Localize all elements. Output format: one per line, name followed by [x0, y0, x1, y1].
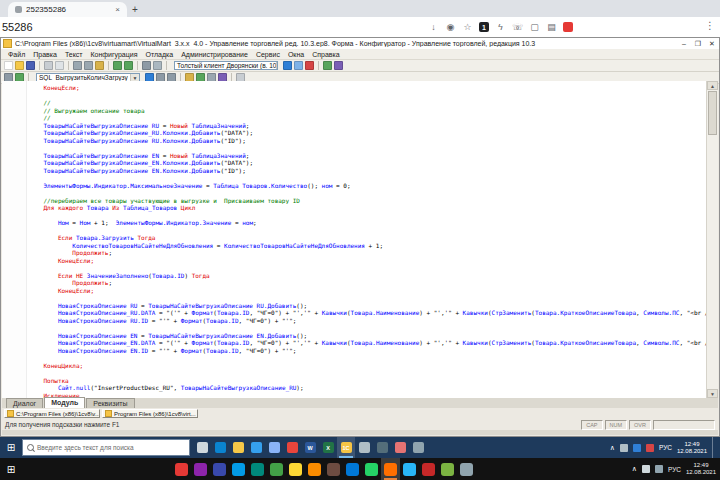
mail-icon[interactable] [265, 437, 283, 458]
cut-icon[interactable] [73, 61, 82, 70]
app-icon-3[interactable] [210, 458, 229, 480]
lightning-extension-icon[interactable]: ϟ [495, 22, 506, 33]
phone-extension-icon[interactable]: ☏ [512, 22, 523, 33]
minimize-button[interactable]: – [677, 38, 691, 49]
browser-tab[interactable]: 252355286 × [8, 2, 127, 17]
taskbar-search-input[interactable]: Введите здесь текст для поиска [22, 439, 190, 456]
vertical-scrollbar[interactable]: ▲ ▼ [706, 81, 718, 398]
shield-icon[interactable] [633, 444, 641, 452]
app-icon-15[interactable] [438, 458, 457, 480]
app-icon-13[interactable] [400, 458, 419, 480]
volume-icon[interactable] [655, 465, 663, 473]
alert-tray-icon[interactable] [646, 444, 654, 452]
edge-icon[interactable] [211, 437, 229, 458]
app-icon-16[interactable] [457, 458, 476, 480]
app-icon-11[interactable] [362, 458, 381, 480]
local-clock[interactable]: 12:49 12.08.2021 [686, 462, 716, 476]
new-file-icon[interactable] [4, 61, 13, 70]
address-text[interactable]: 55286 [2, 21, 33, 33]
debug-client-combo[interactable]: Толстый клиент Дворянски (в. 10▼ [174, 61, 278, 70]
app-icon-4[interactable] [229, 458, 248, 480]
mdi-window-tab-0[interactable]: C:\Program Files (x86)\1cv8\v... [4, 409, 100, 418]
tab-close-icon[interactable]: × [115, 5, 120, 14]
browser-active-icon[interactable] [381, 458, 400, 480]
bookmark-star-icon[interactable]: ☆ [462, 22, 473, 33]
app-icon-9[interactable] [324, 458, 343, 480]
word-icon[interactable]: W [301, 437, 319, 458]
syntax-check-icon[interactable] [323, 61, 332, 70]
adblock-extension-icon[interactable] [563, 22, 573, 32]
app-icon-1[interactable] [172, 458, 191, 480]
dropdown-arrow-icon[interactable]: ▼ [276, 62, 278, 69]
close-button[interactable]: ✕ [705, 38, 719, 49]
doc-tab-2[interactable]: Реквизиты [86, 398, 134, 408]
app-icon-14[interactable] [419, 458, 438, 480]
window-titlebar[interactable]: C:\Program Files (x86)\1cv8\virtuamart\V… [1, 38, 719, 49]
extension-counter-badge[interactable]: 1 [479, 22, 489, 32]
store-icon[interactable] [247, 437, 265, 458]
1c-app-icon[interactable]: 1С [337, 437, 355, 458]
menu-item-1[interactable]: Правка [29, 51, 61, 58]
cast-screen-icon[interactable]: ▢ [529, 22, 540, 33]
browser-menu-icon[interactable]: ⋮ [705, 20, 715, 31]
chrome-icon[interactable] [283, 437, 301, 458]
scroll-up-icon[interactable]: ▲ [707, 81, 718, 90]
replace-icon[interactable] [153, 61, 162, 70]
redo-icon[interactable] [124, 61, 133, 70]
print-preview-icon[interactable] [55, 61, 64, 70]
menu-item-3[interactable]: Конфигурация [87, 51, 142, 58]
onedrive-icon[interactable] [620, 444, 628, 452]
print-icon[interactable] [44, 61, 53, 70]
help-icon[interactable] [334, 61, 343, 70]
code-editor[interactable]: КонецЕсли; // // Выгружаем описание това… [2, 81, 718, 398]
scrollbar-thumb[interactable] [708, 91, 717, 135]
undo-icon[interactable] [113, 61, 122, 70]
find-icon[interactable] [142, 61, 151, 70]
save-icon[interactable] [26, 61, 35, 70]
app-icon-10[interactable] [343, 458, 362, 480]
app-icon-7[interactable] [286, 458, 305, 480]
download-icon[interactable]: ↓ [428, 22, 439, 33]
excel-icon[interactable]: X [319, 437, 337, 458]
new-tab-button[interactable]: + [127, 2, 143, 17]
doc-tab-1[interactable]: Модуль [44, 397, 85, 408]
show-desktop-strip[interactable] [712, 437, 717, 458]
stop-debug-icon[interactable] [305, 61, 314, 70]
menu-item-4[interactable]: Отладка [141, 51, 177, 58]
paste-icon[interactable] [95, 61, 104, 70]
menu-item-8[interactable]: Справка [308, 51, 343, 58]
notepad-icon[interactable] [355, 437, 373, 458]
language-indicator[interactable]: РУС [659, 444, 672, 451]
calculator-icon[interactable] [373, 437, 391, 458]
copy-icon[interactable] [84, 61, 93, 70]
menu-item-6[interactable]: Сервис [252, 51, 284, 58]
start-button[interactable]: ⊞ [0, 437, 22, 458]
explorer-icon[interactable] [229, 437, 247, 458]
open-folder-icon[interactable] [15, 61, 24, 70]
mdi-window-tab-1[interactable]: Program Files (x86)\1cv8\virt... [102, 409, 198, 418]
menu-item-5[interactable]: Администрирование [177, 51, 252, 58]
task-view-icon[interactable] [193, 437, 211, 458]
menu-item-2[interactable]: Текст [61, 51, 87, 58]
step-debug-icon[interactable] [294, 61, 303, 70]
app-icon-2[interactable] [191, 458, 210, 480]
local-start-button[interactable]: ⊞ [0, 459, 22, 480]
start-debug-icon[interactable] [283, 61, 292, 70]
local-tray-chevron-icon[interactable]: ∧ [632, 465, 637, 473]
doc-tab-0[interactable]: Диалог [6, 398, 43, 408]
menu-item-0[interactable]: Файл [4, 51, 29, 58]
paint-icon[interactable] [391, 437, 409, 458]
dropdown-arrow-icon[interactable]: ▼ [130, 74, 139, 81]
tray-chevron-icon[interactable]: ∧ [610, 444, 615, 452]
network-icon[interactable] [642, 465, 650, 473]
settings-icon[interactable] [409, 437, 427, 458]
menu-item-7[interactable]: Окна [284, 51, 308, 58]
maximize-button[interactable]: ❐ [691, 38, 705, 49]
local-language-indicator[interactable]: РУС [668, 466, 681, 473]
app-icon-8[interactable] [305, 458, 324, 480]
app-icon-5[interactable] [248, 458, 267, 480]
code-area[interactable]: КонецЕсли; // // Выгружаем описание това… [29, 84, 706, 398]
app-icon-6[interactable] [267, 458, 286, 480]
clock[interactable]: 12:49 12.08.2021 [677, 441, 707, 455]
print-extension-icon[interactable]: ▤ [546, 22, 557, 33]
